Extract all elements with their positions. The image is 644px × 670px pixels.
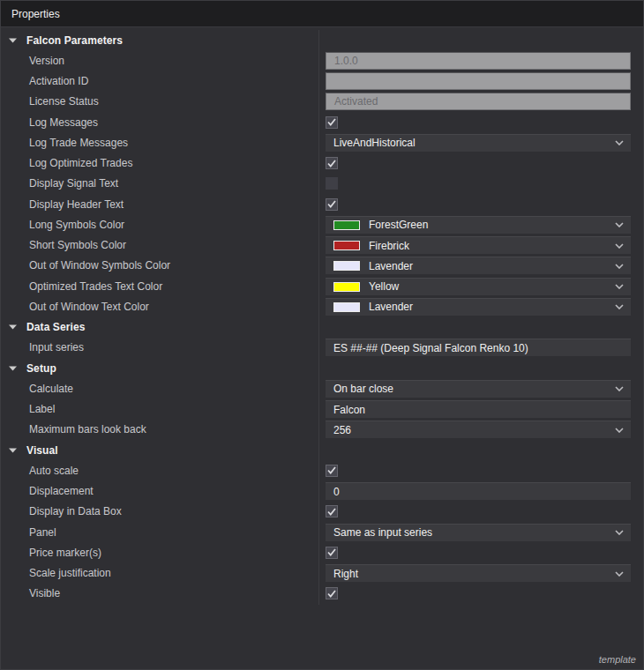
section-header-setup[interactable]: Setup [1,358,643,378]
log-trade-messages-dropdown[interactable]: LiveAndHistorical [326,134,631,152]
scale-justification-value: Right [333,568,358,580]
auto-scale-checkbox[interactable] [326,465,338,477]
optimized-trades-text-color-value: Yellow [369,280,399,293]
chevron-down-icon [615,140,624,145]
scale-justification-dropdown[interactable]: Right [326,564,631,582]
property-label: Display Signal Text [29,177,118,190]
check-icon [327,548,336,556]
optimized-trades-text-color-dropdown[interactable]: Yellow [326,278,631,295]
property-row-display-header-text: Display Header Text [1,194,643,214]
display-header-text-checkbox[interactable] [326,198,338,211]
display-in-data-box-checkbox[interactable] [326,505,338,517]
out-of-window-text-color-dropdown[interactable]: Lavender [326,298,631,316]
property-label-cell: Out of Window Symbols Color [1,259,318,272]
property-label: Out of Window Text Color [29,301,149,313]
property-row-license-status: License Status Activated [1,92,643,112]
property-label: Calculate [29,383,73,395]
property-control-cell: 1.0.0 [326,52,638,70]
property-row-label: Label Falcon [1,399,643,420]
check-icon [327,508,336,516]
log-optimized-trades-checkbox[interactable] [326,157,338,169]
property-label: Displacement [29,485,94,497]
section-header-data-series[interactable]: Data Series [1,317,643,338]
label-field[interactable]: Falcon [326,400,631,418]
property-row-version: Version 1.0.0 [1,50,643,71]
property-row-auto-scale: Auto scale [1,460,643,480]
property-label: Display Header Text [29,198,124,211]
color-swatch [333,220,360,230]
property-label: Version [29,55,64,67]
property-control-cell: 256 [326,421,638,438]
property-label: Activation ID [29,75,88,87]
property-control-cell [326,116,638,129]
property-control-cell [326,157,638,169]
short-symbols-color-value: Firebrick [369,240,409,252]
short-symbols-color-dropdown[interactable]: Firebrick [326,236,631,254]
property-control-cell: Yellow [326,278,638,295]
property-row-long-symbols-color: Long Symbols Color ForestGreen [1,214,643,234]
chevron-down-icon [615,428,624,433]
property-label: Panel [29,526,56,539]
property-control-cell: Activated [326,93,638,110]
property-label: Scale justification [29,567,111,579]
property-control-cell [326,547,638,559]
maximum-bars-look-back-dropdown[interactable]: 256 [326,421,631,438]
calculate-dropdown[interactable]: On bar close [326,380,631,398]
property-control-cell [326,505,638,517]
property-label: Visible [29,587,60,599]
property-control-cell: Firebrick [326,236,638,254]
property-row-scale-justification: Scale justification Right [1,563,643,584]
property-label-cell: Visible [1,587,318,599]
collapse-arrow-icon [9,38,19,43]
version-field: 1.0.0 [326,52,631,70]
property-row-visible: Visible [1,584,643,604]
property-row-short-symbols-color: Short Symbols Color Firebrick [1,235,643,256]
property-label: Price marker(s) [29,547,101,559]
displacement-field[interactable]: 0 [326,482,631,500]
section-header-falcon-parameters[interactable]: Falcon Parameters [1,30,643,50]
section-header-visual[interactable]: Visual [1,440,643,460]
property-row-panel: Panel Same as input series [1,522,643,542]
property-label-cell: Display Header Text [1,198,318,211]
display-signal-text-checkbox[interactable] [326,177,338,190]
property-control-cell: Right [326,564,638,582]
property-control-cell: Same as input series [326,524,638,541]
property-control-cell [326,587,638,599]
out-of-window-symbols-color-dropdown[interactable]: Lavender [326,257,631,274]
property-control-cell: ForestGreen [326,216,638,234]
check-icon [327,118,336,126]
property-label: Log Trade Messages [29,137,128,149]
property-label-cell: Displacement [1,485,318,497]
property-row-out-of-window-text-color: Out of Window Text Color Lavender [1,296,643,316]
price-marker-s-checkbox[interactable] [326,547,338,559]
color-swatch [333,282,360,292]
chevron-down-icon [615,264,624,269]
property-label-cell: Panel [1,526,318,539]
property-label-cell: Price marker(s) [1,547,318,559]
property-label: Log Messages [29,116,98,129]
panel-title: Properties [11,8,60,20]
property-row-optimized-trades-text-color: Optimized Trades Text Color Yellow [1,276,643,296]
chevron-down-icon [615,284,624,289]
property-control-cell [326,177,638,190]
visible-checkbox[interactable] [326,587,338,599]
panel-title-bar: Properties [1,1,643,27]
property-label-cell: Log Optimized Trades [1,157,318,169]
color-swatch [333,302,360,312]
property-label: Out of Window Symbols Color [29,259,170,272]
color-swatch [333,241,360,250]
template-link[interactable]: template [599,654,636,665]
color-swatch [333,261,360,271]
property-control-cell [326,72,638,90]
property-label: Auto scale [29,465,79,477]
log-messages-checkbox[interactable] [326,116,338,129]
property-label: Label [29,403,55,415]
check-icon [327,160,336,168]
property-row-log-trade-messages: Log Trade Messages LiveAndHistorical [1,132,643,153]
panel-dropdown[interactable]: Same as input series [326,524,631,541]
property-control-cell [326,465,638,477]
long-symbols-color-dropdown[interactable]: ForestGreen [326,216,631,234]
property-label-cell: Version [1,55,318,67]
input-series-field[interactable]: ES ##-## (Deep Signal Falcon Renko 10) [326,339,631,356]
property-label-cell: Label [1,403,318,415]
